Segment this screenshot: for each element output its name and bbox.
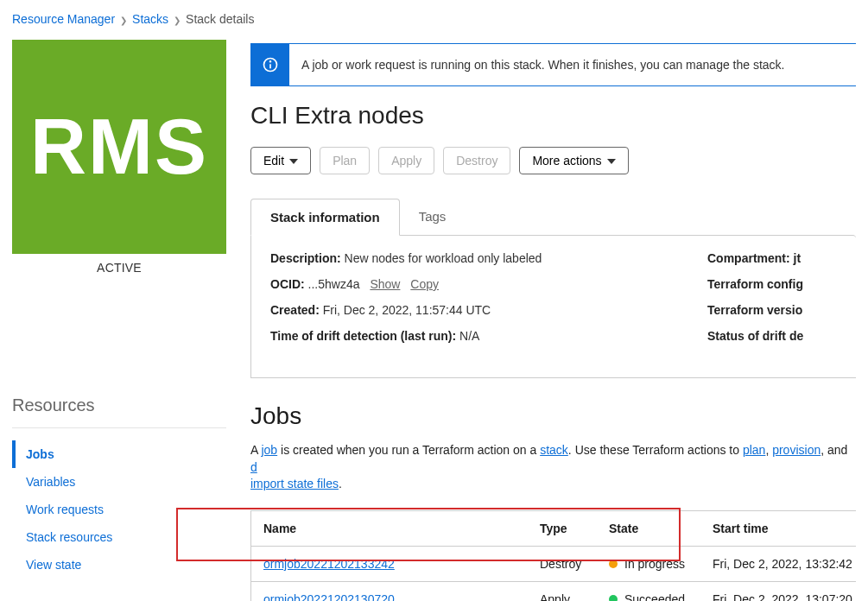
job-start: Fri, Dec 2, 2022, 13:07:20 UTC: [700, 582, 856, 601]
jobs-description: A job is created when you run a Terrafor…: [250, 442, 856, 493]
import-link[interactable]: import state files: [250, 477, 339, 490]
chevron-right-icon: ❯: [120, 16, 127, 25]
apply-button: Apply: [378, 147, 434, 174]
compartment-label: Compartment: jt: [707, 251, 801, 265]
stack-info-panel: Description: New nodes for workload only…: [250, 235, 856, 378]
breadcrumb-stacks[interactable]: Stacks: [132, 12, 168, 26]
more-actions-label: More actions: [532, 154, 601, 168]
job-link[interactable]: job: [261, 443, 277, 457]
status-dot-icon: [609, 560, 618, 568]
ocid-show-link[interactable]: Show: [370, 277, 400, 291]
sidebar-item-variables[interactable]: Variables: [12, 468, 226, 496]
job-start: Fri, Dec 2, 2022, 13:32:42 UTC: [700, 547, 856, 581]
resources-heading: Resources: [12, 395, 226, 428]
d-link[interactable]: d: [250, 460, 257, 474]
tab-stack-information[interactable]: Stack information: [250, 199, 400, 236]
breadcrumb: Resource Manager ❯ Stacks ❯ Stack detail…: [0, 0, 868, 33]
more-actions-button[interactable]: More actions: [519, 147, 628, 174]
table-row: ormjob20221202130720 Apply Succeeded Fri…: [251, 582, 856, 601]
ocid-label: OCID:: [270, 277, 305, 291]
description-value: New nodes for workload only labeled: [345, 251, 542, 265]
stack-abbr: RMS: [30, 103, 208, 192]
edit-label: Edit: [263, 154, 284, 168]
info-icon: [251, 44, 289, 85]
job-state: In progress: [624, 557, 685, 571]
jobs-table: Name Type State Start time ormjob2022120…: [250, 510, 856, 601]
tab-row: Stack information Tags: [250, 199, 856, 236]
edit-button[interactable]: Edit: [250, 147, 311, 174]
job-type: Apply: [528, 582, 597, 601]
col-name: Name: [251, 511, 528, 546]
tab-tags[interactable]: Tags: [400, 199, 466, 236]
drift-value: N/A: [459, 329, 479, 343]
page-title: CLI Extra nodes: [250, 102, 856, 130]
info-banner: A job or work request is running on this…: [250, 43, 856, 86]
caret-down-icon: [607, 159, 616, 164]
toolbar: Edit Plan Apply Destroy More actions: [250, 147, 856, 174]
svg-point-2: [270, 61, 271, 62]
job-name-link[interactable]: ormjob20221202133242: [263, 557, 395, 571]
ocid-copy-link[interactable]: Copy: [410, 277, 439, 291]
drift-status-label: Status of drift de: [707, 329, 803, 343]
sidebar-item-work-requests[interactable]: Work requests: [12, 496, 226, 523]
plan-link[interactable]: plan: [743, 443, 765, 457]
tf-config-label: Terraform config: [707, 277, 803, 291]
stack-status: ACTIVE: [12, 261, 226, 275]
col-state: State: [597, 511, 700, 546]
description-label: Description:: [270, 251, 341, 265]
resources-list: Jobs Variables Work requests Stack resou…: [12, 440, 226, 579]
created-label: Created:: [270, 303, 320, 317]
jobs-heading: Jobs: [250, 402, 856, 430]
destroy-button: Destroy: [443, 147, 510, 174]
job-name-link[interactable]: ormjob20221202130720: [263, 592, 395, 601]
sidebar-item-jobs[interactable]: Jobs: [12, 440, 226, 468]
created-value: Fri, Dec 2, 2022, 11:57:44 UTC: [323, 303, 491, 317]
sidebar-item-stack-resources[interactable]: Stack resources: [12, 523, 226, 551]
table-row: ormjob20221202133242 Destroy In progress…: [251, 547, 856, 582]
stack-link[interactable]: stack: [540, 443, 568, 457]
chevron-right-icon: ❯: [174, 16, 181, 25]
tf-version-label: Terraform versio: [707, 303, 802, 317]
status-dot-icon: [609, 595, 618, 601]
info-banner-text: A job or work request is running on this…: [289, 44, 797, 85]
plan-button: Plan: [320, 147, 370, 174]
breadcrumb-current: Stack details: [186, 12, 254, 26]
col-type: Type: [528, 511, 597, 546]
sidebar-item-view-state[interactable]: View state: [12, 551, 226, 579]
breadcrumb-root[interactable]: Resource Manager: [12, 12, 115, 26]
drift-label: Time of drift detection (last run):: [270, 329, 456, 343]
ocid-value: ...5hwz4a: [308, 277, 360, 291]
job-type: Destroy: [528, 547, 597, 581]
job-state: Succeeded: [624, 592, 685, 601]
provision-link[interactable]: provision: [772, 443, 820, 457]
caret-down-icon: [289, 159, 298, 164]
col-start: Start time: [700, 511, 856, 546]
stack-tile: RMS: [12, 40, 226, 254]
